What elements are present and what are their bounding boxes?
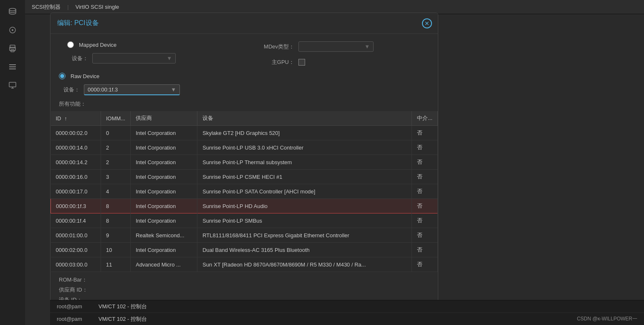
status-info-2: VM/CT 102 - 控制台 (98, 315, 147, 323)
cell-iomm: 2 (101, 140, 131, 155)
sidebar-icon-printer[interactable] (5, 41, 20, 56)
cell-device: Sunrise Point-LP SATA Controller [AHCI m… (197, 184, 412, 199)
cell-vendor: Intel Corporation (131, 170, 197, 184)
col-header-iomm[interactable]: IOMM... (101, 111, 131, 126)
mapped-device-select[interactable]: ▼ (92, 53, 176, 63)
table-row[interactable]: 0000:00:16.03Intel CorporationSunrise Po… (51, 170, 438, 184)
left-column: Mapped Device 设备： ▼ (51, 38, 244, 69)
all-features-label: 所有功能： (59, 100, 86, 108)
cell-med: 否 (412, 184, 438, 199)
cell-vendor: Advanced Micro ... (131, 257, 197, 272)
svg-point-2 (12, 29, 13, 31)
svg-point-0 (9, 8, 16, 11)
status-row-1: root@pam VM/CT 102 - 控制台 (50, 300, 644, 313)
svg-rect-4 (10, 47, 15, 51)
main-gpu-label: 主GPU： (261, 58, 294, 66)
dialog-close-button[interactable]: ✕ (422, 18, 432, 28)
cell-device: Sunrise Point-LP USB 3.0 xHCI Controller (197, 140, 412, 155)
topbar-right-label: VirtIO SCSI single (76, 4, 119, 10)
col-header-id[interactable]: ID ↑ (51, 111, 101, 126)
col-header-med[interactable]: 中介... (412, 111, 438, 126)
table-row[interactable]: 0000:01:00.09Realtek Semicond...RTL8111/… (51, 228, 438, 243)
raw-device-select[interactable]: 0000:00:1f.3 ▼ (84, 84, 180, 95)
table-row[interactable]: 0000:00:14.22Intel CorporationSunrise Po… (51, 155, 438, 170)
cell-vendor: Intel Corporation (131, 140, 197, 155)
svg-rect-7 (9, 66, 16, 67)
cell-id: 0000:00:1f.4 (51, 213, 101, 228)
sidebar-icon-circle[interactable] (5, 23, 20, 38)
cell-vendor: Intel Corporation (131, 155, 197, 170)
mdev-type-label: MDev类型： (261, 43, 294, 51)
device-field-label: 设备： (67, 55, 88, 62)
cell-id: 0000:02:00.0 (51, 243, 101, 257)
table-body: 0000:00:02.00Intel CorporationSkylake GT… (51, 126, 438, 272)
cell-med: 否 (412, 199, 438, 213)
cell-med: 否 (412, 213, 438, 228)
col-header-vendor[interactable]: 供应商 (131, 111, 197, 126)
table-row[interactable]: 0000:00:1f.38Intel CorporationSunrise Po… (51, 199, 438, 213)
cell-device: Sunrise Point-LP HD Audio (197, 199, 412, 213)
cell-med: 否 (412, 140, 438, 155)
sidebar-icon-monitor[interactable] (5, 78, 20, 93)
table-row[interactable]: 0000:03:00.011Advanced Micro ...Sun XT [… (51, 257, 438, 272)
cell-id: 0000:00:14.0 (51, 140, 101, 155)
raw-device-value: 0000:00:1f.3 (88, 86, 171, 93)
cell-vendor: Intel Corporation (131, 199, 197, 213)
cell-iomm: 4 (101, 184, 131, 199)
cell-id: 0000:00:14.2 (51, 155, 101, 170)
topbar-left-label: SCSI控制器 (32, 3, 61, 11)
svg-rect-3 (10, 45, 15, 48)
sidebar-icon-list[interactable] (5, 59, 20, 74)
cell-device: Skylake GT2 [HD Graphics 520] (197, 126, 412, 140)
cell-device: Sunrise Point-LP Thermal subsystem (197, 155, 412, 170)
vendor-id-row: 供应商 ID： (59, 286, 429, 294)
mapped-device-row: Mapped Device (59, 38, 236, 51)
mdev-type-row: MDev类型： ▼ (253, 38, 429, 55)
cell-med: 否 (412, 170, 438, 184)
sidebar-icon-database[interactable] (5, 4, 20, 19)
rom-bar-label: ROM-Bar： (59, 276, 92, 284)
cell-id: 0000:00:17.0 (51, 184, 101, 199)
col-header-device[interactable]: 设备 (197, 111, 412, 126)
cell-med: 否 (412, 228, 438, 243)
device-table-container: ID ↑ IOMM... 供应商 设备 中介... 0000:00:02.00I… (51, 111, 438, 272)
cell-device: Sunrise Point-LP SMBus (197, 213, 412, 228)
main-area: SCSI控制器 | VirtIO SCSI single 编辑: PCI设备 ✕… (25, 0, 644, 325)
cell-iomm: 8 (101, 213, 131, 228)
svg-rect-8 (9, 69, 16, 69)
cell-vendor: Intel Corporation (131, 243, 197, 257)
table-row[interactable]: 0000:00:17.04Intel CorporationSunrise Po… (51, 184, 438, 199)
cell-id: 0000:00:1f.3 (51, 199, 101, 213)
cell-med: 否 (412, 257, 438, 272)
status-row-2: root@pam VM/CT 102 - 控制台 CSDN @κ-WILLPOW… (50, 313, 644, 325)
cell-vendor: Intel Corporation (131, 184, 197, 199)
status-right-text: CSDN @κ-WILLPOWER一 (577, 315, 637, 322)
main-gpu-checkbox[interactable] (298, 59, 305, 66)
raw-device-radio[interactable] (59, 73, 66, 79)
cell-id: 0000:00:02.0 (51, 126, 101, 140)
top-section: Mapped Device 设备： ▼ MDev类型： (51, 34, 438, 69)
all-features-row: 所有功能： (51, 99, 438, 111)
mapped-device-radio[interactable] (67, 41, 74, 48)
cell-id: 0000:03:00.0 (51, 257, 101, 272)
mdev-type-select[interactable]: ▼ (298, 41, 374, 52)
sidebar (0, 0, 25, 325)
table-row[interactable]: 0000:02:00.010Intel CorporationDual Band… (51, 243, 438, 257)
rom-bar-row: ROM-Bar： (59, 276, 429, 284)
status-bar: root@pam VM/CT 102 - 控制台 root@pam VM/CT … (50, 300, 644, 325)
table-row[interactable]: 0000:00:14.02Intel CorporationSunrise Po… (51, 140, 438, 155)
dialog-body: Mapped Device 设备： ▼ MDev类型： (51, 34, 438, 325)
table-row[interactable]: 0000:00:02.00Intel CorporationSkylake GT… (51, 126, 438, 140)
cell-vendor: Realtek Semicond... (131, 228, 197, 243)
status-user-1: root@pam (57, 303, 90, 310)
right-column: MDev类型： ▼ 主GPU： (244, 38, 438, 69)
dialog-title: 编辑: PCI设备 (57, 19, 99, 28)
cell-med: 否 (412, 243, 438, 257)
cell-med: 否 (412, 126, 438, 140)
table-row[interactable]: 0000:00:1f.48Intel CorporationSunrise Po… (51, 213, 438, 228)
cell-iomm: 0 (101, 126, 131, 140)
cell-vendor: Intel Corporation (131, 126, 197, 140)
cell-med: 否 (412, 155, 438, 170)
table-header-row: ID ↑ IOMM... 供应商 设备 中介... (51, 111, 438, 126)
svg-rect-9 (9, 82, 16, 87)
